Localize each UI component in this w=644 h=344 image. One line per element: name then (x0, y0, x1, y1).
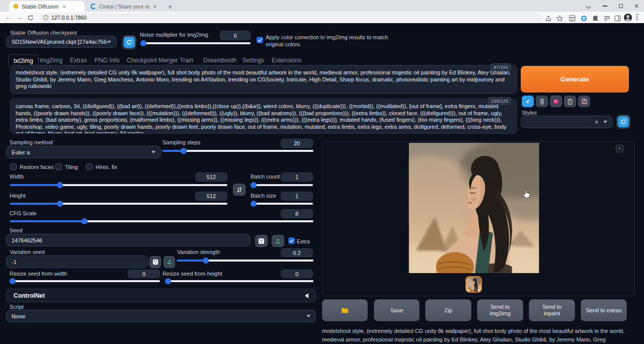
sampling-steps-label: Sampling steps (163, 139, 200, 145)
arrow-down-left-icon (525, 99, 531, 104)
window-menu-chevron-icon[interactable] (587, 5, 590, 8)
browser-menu-dots-icon[interactable] (636, 14, 638, 23)
noise-multiplier-slider[interactable] (141, 42, 251, 44)
refresh-styles-button[interactable] (618, 116, 629, 127)
batch-count-slider[interactable] (251, 184, 313, 186)
tab-close-icon[interactable]: × (62, 4, 65, 10)
sampling-steps-slider[interactable] (163, 150, 313, 152)
extensions-puzzle-icon[interactable] (592, 15, 599, 24)
palette-icon (553, 99, 559, 105)
send-to-extras-button[interactable]: Send to extras (581, 299, 627, 321)
save-style-button[interactable] (578, 96, 590, 107)
variation-strength-value[interactable]: 0.2 (281, 248, 313, 257)
tiling-checkbox[interactable] (55, 163, 62, 170)
back-icon[interactable]: ← (5, 14, 12, 21)
reload-icon[interactable] (27, 14, 34, 23)
width-slider[interactable] (10, 184, 227, 186)
height-slider[interactable] (10, 203, 227, 205)
extension-blue-icon[interactable] (581, 15, 587, 24)
extra-seed-checkbox[interactable] (288, 237, 295, 244)
resize-seed-width-value[interactable]: 0 (128, 270, 160, 278)
controlnet-accordion[interactable]: ControlNet (6, 289, 316, 302)
sampling-method-value: Euler a (12, 149, 30, 155)
random-seed-button[interactable] (255, 235, 268, 247)
check-icon (258, 38, 262, 42)
variation-strength-slider[interactable] (177, 260, 313, 262)
bookmark-star-icon[interactable] (556, 15, 563, 24)
variation-seed-input[interactable]: -1 (6, 255, 148, 268)
batch-count-label: Batch count (251, 174, 280, 180)
paste-params-button[interactable] (522, 96, 534, 107)
extension-grid-icon[interactable] (569, 15, 576, 24)
hand-cursor-icon (522, 189, 530, 198)
height-value[interactable]: 512 (195, 192, 227, 201)
clear-prompt-button[interactable] (536, 96, 548, 107)
extra-seed-label: Extra (297, 238, 310, 244)
window-maximize-icon[interactable] (619, 4, 623, 8)
window-minimize-icon[interactable] (603, 3, 607, 7)
restore-faces-checkbox[interactable] (10, 163, 17, 170)
send-to-inpaint-button[interactable]: Send to inpaint (529, 299, 575, 321)
width-value[interactable]: 512 (195, 173, 227, 182)
random-variation-seed-button[interactable] (149, 256, 161, 268)
clear-styles-icon[interactable]: × (595, 119, 598, 126)
reuse-variation-seed-button[interactable] (164, 256, 175, 268)
refresh-checkpoint-button[interactable] (124, 37, 135, 48)
styles-label: Styles (522, 110, 537, 116)
recycle-icon (167, 259, 173, 265)
cfg-scale-value[interactable]: 8 (281, 209, 313, 218)
new-tab-button[interactable]: + (168, 3, 172, 11)
generate-button[interactable]: Generate (521, 66, 629, 93)
side-panel-icon[interactable] (614, 15, 621, 24)
generation-info-text: modelshoot style, (extremely detailed CG… (322, 327, 627, 344)
refresh-icon (126, 39, 132, 45)
profile-avatar[interactable] (624, 14, 632, 22)
cfg-scale-slider[interactable] (10, 220, 313, 222)
chevron-down-icon (107, 41, 111, 43)
gallery-thumbnail[interactable] (465, 276, 482, 293)
send-to-img2img-button[interactable]: Send to img2img (477, 299, 523, 321)
address-bar[interactable]: i 127.0.0.1:7860 (39, 13, 542, 22)
url-text: 127.0.0.1:7860 (51, 15, 87, 21)
close-gallery-icon[interactable]: × (616, 145, 623, 152)
hires-fix-checkbox[interactable] (86, 163, 93, 170)
trash-icon (539, 99, 545, 105)
checkpoint-dropdown[interactable]: SD15NewVAEpruned.ckpt [27a4ac756c] (6, 36, 117, 48)
script-dropdown[interactable]: None (6, 310, 316, 322)
zip-button[interactable]: Zip (425, 299, 471, 321)
tab-close-icon[interactable]: × (153, 4, 156, 10)
share-icon[interactable] (545, 15, 551, 24)
open-folder-button[interactable] (322, 299, 368, 321)
reuse-seed-button[interactable] (272, 235, 284, 247)
batch-size-value[interactable]: 1 (281, 192, 313, 201)
save-button[interactable]: Save (374, 299, 420, 321)
variation-seed-label: Variation seed (10, 249, 45, 255)
resize-seed-height-slider[interactable] (166, 280, 313, 282)
script-label: Script (10, 304, 24, 310)
apply-style-button[interactable] (564, 96, 576, 107)
gradio-favicon (13, 4, 19, 9)
resize-seed-width-slider[interactable] (10, 280, 160, 282)
extra-networks-button[interactable] (550, 96, 562, 107)
window-close-icon[interactable]: × (634, 2, 638, 10)
browser-tab-stable-diffusion[interactable]: Stable Diffusion × (9, 1, 85, 12)
batch-size-slider[interactable] (251, 203, 313, 205)
noise-multiplier-value[interactable]: 0 (220, 31, 251, 40)
clipboard-icon (568, 99, 573, 105)
browser-tab-civitai[interactable]: Civitai | Share your models × (87, 1, 163, 12)
forward-icon[interactable]: → (16, 14, 23, 21)
prompt-textarea[interactable]: modelshoot style, (extremely detailed CG… (10, 65, 517, 94)
sampling-steps-value[interactable]: 20 (281, 139, 313, 148)
swap-dimensions-button[interactable] (233, 184, 246, 196)
site-info-icon[interactable]: i (43, 15, 48, 20)
color-correction-checkbox[interactable] (257, 37, 263, 43)
batch-count-value[interactable]: 1 (281, 173, 313, 182)
reading-list-icon[interactable] (604, 15, 610, 24)
script-value: None (12, 313, 26, 319)
resize-seed-height-value[interactable]: 0 (281, 270, 313, 278)
seed-input[interactable]: 1476462546 (6, 234, 251, 246)
styles-dropdown[interactable]: × (521, 116, 613, 128)
negative-prompt-textarea[interactable]: canvas frame, cartoon, 3d, ((disfigured)… (10, 99, 517, 134)
generated-image[interactable] (409, 143, 539, 273)
sampling-method-dropdown[interactable]: Euler a (6, 146, 161, 158)
